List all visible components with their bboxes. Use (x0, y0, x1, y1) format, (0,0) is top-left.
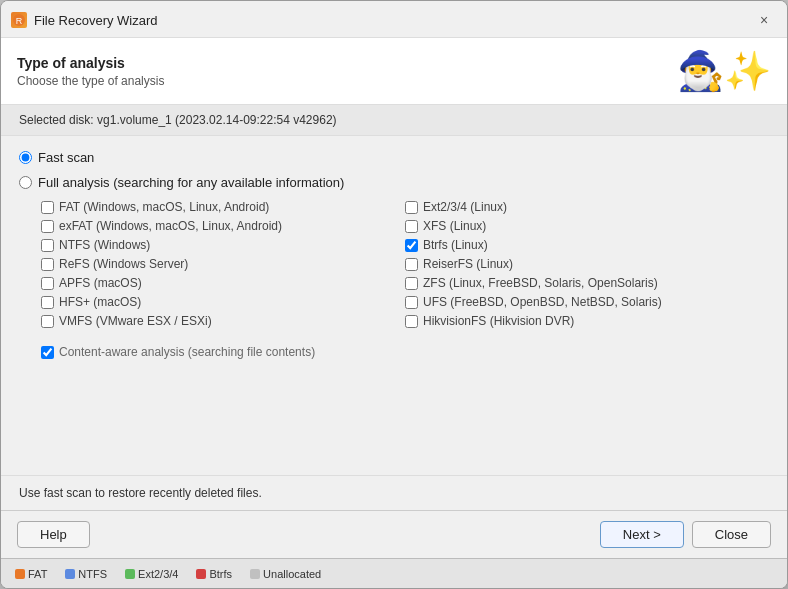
fs-ufs-checkbox[interactable] (405, 296, 418, 309)
content-area: Selected disk: vg1.volume_1 (2023.02.14-… (1, 105, 787, 510)
next-button[interactable]: Next > (600, 521, 684, 548)
fs-hfsplus-checkbox[interactable] (41, 296, 54, 309)
fs-xfs[interactable]: XFS (Linux) (405, 219, 769, 233)
taskbar-ext: Ext2/3/4 (119, 566, 184, 582)
fs-hfsplus[interactable]: HFS+ (macOS) (41, 295, 405, 309)
analysis-type-subheading: Choose the type of analysis (17, 74, 164, 88)
dialog-window: R File Recovery Wizard × Type of analysi… (0, 0, 788, 589)
content-aware-section: Content-aware analysis (searching file c… (41, 345, 769, 359)
full-analysis-radio[interactable] (19, 176, 32, 189)
taskbar-btrfs: Btrfs (190, 566, 238, 582)
taskbar-ext-dot (125, 569, 135, 579)
fs-ntfs-checkbox[interactable] (41, 239, 54, 252)
header-section: Type of analysis Choose the type of anal… (1, 38, 787, 105)
help-button[interactable]: Help (17, 521, 90, 548)
fs-reiserfs-checkbox[interactable] (405, 258, 418, 271)
taskbar-btrfs-label: Btrfs (209, 568, 232, 580)
fs-ext[interactable]: Ext2/3/4 (Linux) (405, 200, 769, 214)
fs-ext-checkbox[interactable] (405, 201, 418, 214)
fs-fat-label: FAT (Windows, macOS, Linux, Android) (59, 200, 269, 214)
right-buttons: Next > Close (600, 521, 771, 548)
taskbar-fat-label: FAT (28, 568, 47, 580)
fs-ufs-label: UFS (FreeBSD, OpenBSD, NetBSD, Solaris) (423, 295, 662, 309)
analysis-type-heading: Type of analysis (17, 55, 164, 71)
taskbar-ntfs-label: NTFS (78, 568, 107, 580)
fast-scan-label: Fast scan (38, 150, 94, 165)
fs-column-left: FAT (Windows, macOS, Linux, Android) exF… (41, 200, 405, 333)
info-text: Use fast scan to restore recently delete… (19, 486, 262, 500)
fs-column-right: Ext2/3/4 (Linux) XFS (Linux) Btrfs (Linu… (405, 200, 769, 333)
fs-vmfs[interactable]: VMFS (VMware ESX / ESXi) (41, 314, 405, 328)
fs-ufs[interactable]: UFS (FreeBSD, OpenBSD, NetBSD, Solaris) (405, 295, 769, 309)
fast-scan-option[interactable]: Fast scan (19, 150, 769, 165)
fs-btrfs-label: Btrfs (Linux) (423, 238, 488, 252)
content-aware-checkbox[interactable] (41, 346, 54, 359)
bottom-taskbar: FAT NTFS Ext2/3/4 Btrfs Unallocated (1, 558, 787, 588)
fast-scan-radio[interactable] (19, 151, 32, 164)
info-bar: Use fast scan to restore recently delete… (1, 475, 787, 510)
fs-hikvision-label: HikvisionFS (Hikvision DVR) (423, 314, 574, 328)
fs-apfs-label: APFS (macOS) (59, 276, 142, 290)
header-text: Type of analysis Choose the type of anal… (17, 55, 164, 88)
fs-zfs-label: ZFS (Linux, FreeBSD, Solaris, OpenSolari… (423, 276, 658, 290)
fs-apfs[interactable]: APFS (macOS) (41, 276, 405, 290)
title-bar-left: R File Recovery Wizard (11, 12, 158, 28)
title-bar: R File Recovery Wizard × (1, 1, 787, 38)
fs-ext-label: Ext2/3/4 (Linux) (423, 200, 507, 214)
fs-apfs-checkbox[interactable] (41, 277, 54, 290)
fs-zfs[interactable]: ZFS (Linux, FreeBSD, Solaris, OpenSolari… (405, 276, 769, 290)
taskbar-ntfs: NTFS (59, 566, 113, 582)
fs-hikvision[interactable]: HikvisionFS (Hikvision DVR) (405, 314, 769, 328)
fs-xfs-checkbox[interactable] (405, 220, 418, 233)
fs-hikvision-checkbox[interactable] (405, 315, 418, 328)
fs-zfs-checkbox[interactable] (405, 277, 418, 290)
fs-reiserfs[interactable]: ReiserFS (Linux) (405, 257, 769, 271)
selected-disk-bar: Selected disk: vg1.volume_1 (2023.02.14-… (1, 105, 787, 136)
fs-exfat-label: exFAT (Windows, macOS, Linux, Android) (59, 219, 282, 233)
taskbar-unallocated-label: Unallocated (263, 568, 321, 580)
svg-text:R: R (16, 16, 23, 26)
taskbar-unallocated-dot (250, 569, 260, 579)
fs-exfat-checkbox[interactable] (41, 220, 54, 233)
fs-btrfs[interactable]: Btrfs (Linux) (405, 238, 769, 252)
close-button[interactable]: × (753, 9, 775, 31)
taskbar-ntfs-dot (65, 569, 75, 579)
taskbar-fat: FAT (9, 566, 53, 582)
selected-disk-label: Selected disk: vg1.volume_1 (2023.02.14-… (19, 113, 337, 127)
fs-btrfs-checkbox[interactable] (405, 239, 418, 252)
fs-xfs-label: XFS (Linux) (423, 219, 486, 233)
dialog-close-button[interactable]: Close (692, 521, 771, 548)
app-icon: R (11, 12, 27, 28)
content-aware-text: Content-aware analysis (searching file c… (59, 345, 315, 359)
fs-vmfs-checkbox[interactable] (41, 315, 54, 328)
dialog-title: File Recovery Wizard (34, 13, 158, 28)
fs-hfsplus-label: HFS+ (macOS) (59, 295, 141, 309)
fs-refs[interactable]: ReFS (Windows Server) (41, 257, 405, 271)
filesystem-section: FAT (Windows, macOS, Linux, Android) exF… (41, 200, 769, 333)
taskbar-fat-dot (15, 569, 25, 579)
fs-refs-label: ReFS (Windows Server) (59, 257, 188, 271)
fs-refs-checkbox[interactable] (41, 258, 54, 271)
fs-ntfs-label: NTFS (Windows) (59, 238, 150, 252)
fs-exfat[interactable]: exFAT (Windows, macOS, Linux, Android) (41, 219, 405, 233)
content-aware-label[interactable]: Content-aware analysis (searching file c… (41, 345, 315, 359)
fs-ntfs[interactable]: NTFS (Windows) (41, 238, 405, 252)
full-analysis-label: Full analysis (searching for any availab… (38, 175, 344, 190)
taskbar-btrfs-dot (196, 569, 206, 579)
fs-fat-checkbox[interactable] (41, 201, 54, 214)
scan-options: Fast scan Full analysis (searching for a… (1, 136, 787, 467)
fs-vmfs-label: VMFS (VMware ESX / ESXi) (59, 314, 212, 328)
taskbar-unallocated: Unallocated (244, 566, 327, 582)
full-analysis-option[interactable]: Full analysis (searching for any availab… (19, 175, 769, 190)
fs-fat[interactable]: FAT (Windows, macOS, Linux, Android) (41, 200, 405, 214)
footer-buttons: Help Next > Close (1, 510, 787, 558)
fs-reiserfs-label: ReiserFS (Linux) (423, 257, 513, 271)
wizard-icon: 🧙‍♂️✨ (677, 52, 771, 90)
taskbar-ext-label: Ext2/3/4 (138, 568, 178, 580)
